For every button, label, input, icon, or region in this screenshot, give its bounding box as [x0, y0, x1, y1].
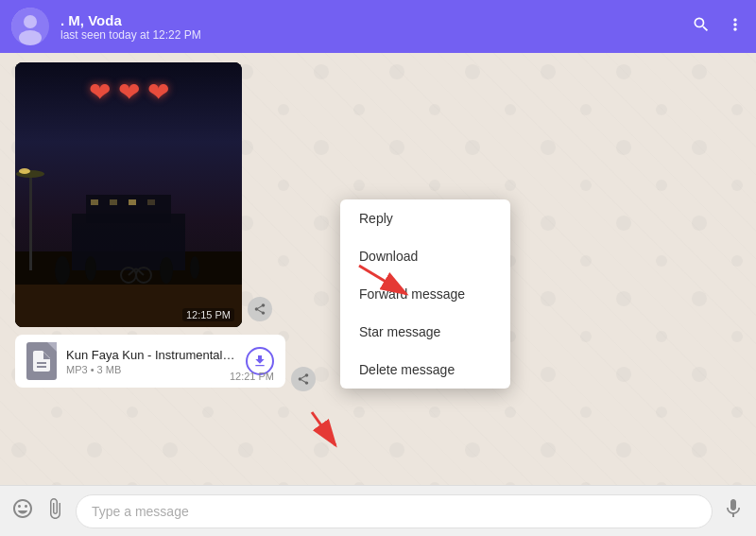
- svg-rect-8: [86, 195, 171, 223]
- file-share-icon[interactable]: [291, 367, 316, 391]
- svg-rect-12: [147, 199, 155, 205]
- heart-1: ❤: [89, 77, 111, 108]
- scene-sky: ❤ ❤ ❤: [15, 62, 242, 327]
- contact-name: . M, Voda: [60, 12, 680, 28]
- header-actions: [692, 15, 745, 39]
- chat-header: . M, Voda last seen today at 12:22 PM: [0, 0, 756, 53]
- svg-point-16: [190, 256, 199, 279]
- svg-point-6: [19, 168, 30, 174]
- context-menu: Reply Download Forward message Star mess…: [340, 199, 510, 389]
- svg-point-14: [85, 256, 96, 281]
- context-menu-reply[interactable]: Reply: [340, 199, 510, 237]
- svg-point-15: [160, 257, 173, 284]
- file-timestamp: 12:21 PM: [230, 371, 274, 382]
- search-icon[interactable]: [692, 15, 711, 39]
- context-menu-download[interactable]: Download: [340, 237, 510, 275]
- input-bar: Type a message: [0, 485, 756, 536]
- file-name: Kun Faya Kun - Instrumental Co...: [66, 348, 236, 362]
- file-type: MP3: [66, 364, 88, 375]
- file-size-separator: •: [91, 364, 97, 375]
- contact-status: last seen today at 12:22 PM: [60, 28, 680, 42]
- header-info: . M, Voda last seen today at 12:22 PM: [60, 12, 680, 42]
- input-placeholder-text: Type a message: [92, 504, 189, 519]
- context-menu-forward[interactable]: Forward message: [340, 275, 510, 313]
- svg-point-1: [24, 15, 37, 28]
- avatar: [11, 8, 49, 45]
- svg-line-25: [312, 412, 335, 445]
- mic-icon[interactable]: [722, 497, 745, 526]
- attach-icon[interactable]: [43, 497, 66, 526]
- file-meta: MP3 • 3 MB: [66, 364, 236, 375]
- image-content: ❤ ❤ ❤: [15, 62, 242, 327]
- file-info: Kun Faya Kun - Instrumental Co... MP3 • …: [66, 348, 236, 375]
- image-timestamp: 12:15 PM: [182, 308, 234, 321]
- svg-rect-4: [29, 176, 32, 270]
- emoji-icon[interactable]: [11, 497, 34, 526]
- heart-2: ❤: [118, 77, 140, 108]
- svg-rect-11: [129, 199, 136, 205]
- file-bubble-wrapper: Kun Faya Kun - Instrumental Co... MP3 • …: [15, 335, 285, 405]
- file-type-icon: [26, 342, 57, 380]
- context-menu-delete[interactable]: Delete message: [340, 351, 510, 389]
- hearts-decoration: ❤ ❤ ❤: [89, 77, 169, 108]
- context-menu-star[interactable]: Star message: [340, 313, 510, 351]
- night-scene: ❤ ❤ ❤: [15, 62, 242, 327]
- svg-point-2: [19, 30, 42, 45]
- file-size: 3 MB: [97, 364, 122, 375]
- heart-3: ❤: [147, 77, 169, 108]
- svg-rect-10: [110, 199, 117, 205]
- image-bubble[interactable]: ❤ ❤ ❤: [15, 62, 242, 327]
- image-message-bubble: ❤ ❤ ❤: [15, 62, 242, 327]
- more-options-icon[interactable]: [726, 15, 745, 39]
- chat-area: ❤ ❤ ❤: [0, 53, 756, 485]
- image-share-icon[interactable]: [248, 297, 272, 321]
- file-bubble: Kun Faya Kun - Instrumental Co... MP3 • …: [15, 335, 285, 388]
- svg-rect-9: [91, 199, 98, 205]
- svg-point-13: [55, 256, 70, 285]
- message-input[interactable]: Type a message: [76, 494, 713, 528]
